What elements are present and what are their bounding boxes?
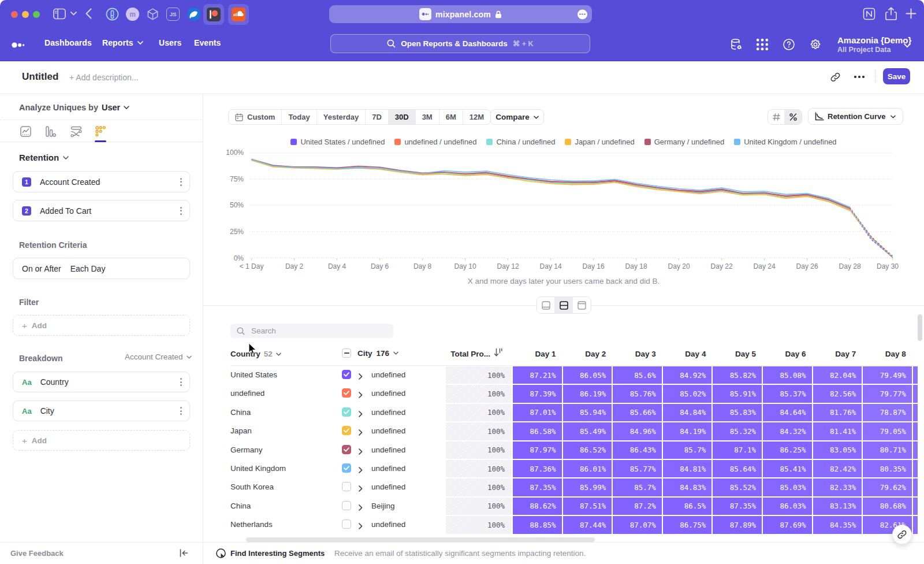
retention-value-cell[interactable]: 81.41% <box>813 422 862 440</box>
global-search[interactable]: Open Reports & Dashboards ⌘ + K <box>330 34 590 53</box>
step-menu-icon[interactable] <box>180 207 182 215</box>
retention-value-cell[interactable]: 78.87% <box>863 404 912 421</box>
retention-value-cell[interactable]: 85.08% <box>763 366 812 384</box>
retention-value-cell[interactable]: 81.76% <box>813 404 862 421</box>
breakdown-menu-icon[interactable] <box>180 407 182 415</box>
report-description-placeholder[interactable]: + Add description... <box>69 73 138 82</box>
row-checkbox[interactable] <box>342 388 351 398</box>
retention-value-cell[interactable]: 87.51% <box>563 498 612 515</box>
breakdown-city[interactable]: Aa City <box>13 400 190 421</box>
retention-value-cell[interactable]: 87.35% <box>713 498 762 515</box>
retention-value-cell[interactable]: 87.39% <box>513 385 562 402</box>
chart-type-selector[interactable]: Retention Curve <box>808 108 903 125</box>
nav-item-events[interactable]: Events <box>194 38 221 47</box>
account-chevron-icon[interactable] <box>904 43 911 48</box>
retention-section-header[interactable]: Retention <box>19 153 69 162</box>
row-checkbox[interactable] <box>342 482 351 491</box>
avatar-m-extension-icon[interactable]: m <box>126 8 139 21</box>
day-column-header[interactable]: Day 1 <box>513 350 562 358</box>
day-column-header[interactable]: Day 5 <box>713 350 762 358</box>
retention-value-cell[interactable]: 87.97% <box>513 441 562 459</box>
retention-value-cell[interactable]: 87.36% <box>513 460 562 477</box>
retention-value-cell[interactable]: 80.35% <box>863 460 912 477</box>
retention-value-cell[interactable]: 87.21% <box>513 366 562 384</box>
cube-extension-icon[interactable] <box>146 8 159 21</box>
retention-value-cell[interactable]: 86.58% <box>513 422 562 440</box>
date-range-3m[interactable]: 3M <box>416 110 439 124</box>
share-icon[interactable] <box>885 7 897 21</box>
expand-row-icon[interactable] <box>359 503 363 513</box>
onepassword-extension-icon[interactable] <box>106 8 119 21</box>
split-layout-button[interactable] <box>555 297 573 313</box>
percent-mode-button[interactable] <box>785 110 802 124</box>
window-close-button[interactable] <box>11 11 18 18</box>
retention-value-cell[interactable]: 83.13% <box>813 498 862 515</box>
retention-value-cell[interactable]: 85.83% <box>713 404 762 421</box>
retention-value-cell[interactable]: 86.03% <box>763 498 812 515</box>
retention-value-cell[interactable]: 84.83% <box>663 478 712 496</box>
url-extensions-button[interactable] <box>578 9 587 19</box>
retention-value-cell[interactable]: 84.92% <box>663 366 712 384</box>
retention-value-cell[interactable]: 82.04% <box>813 366 862 384</box>
retention-criteria-card[interactable]: On or After Each Day <box>13 258 190 279</box>
retention-line-chart[interactable]: 0%25%50%75%100%< 1 DayDay 2Day 4Day 6Day… <box>203 145 924 275</box>
retention-value-cell[interactable]: 86.19% <box>563 385 612 402</box>
retention-value-cell[interactable]: 86.5% <box>663 498 712 515</box>
retention-value-cell[interactable]: 85.82% <box>713 366 762 384</box>
row-checkbox[interactable] <box>342 463 351 473</box>
retention-value-cell[interactable]: 85.91% <box>713 385 762 402</box>
expand-row-icon[interactable] <box>359 484 363 494</box>
city-column-header[interactable]: City176 <box>342 348 398 358</box>
retention-value-cell[interactable]: 84.96% <box>613 422 662 440</box>
breakdown-menu-icon[interactable] <box>180 378 182 386</box>
mixpanel-logo[interactable] <box>12 40 25 52</box>
retention-value-cell[interactable]: 84.84% <box>663 404 712 421</box>
help-icon[interactable] <box>783 39 795 50</box>
data-management-icon[interactable] <box>730 38 743 51</box>
retention-value-cell[interactable]: 84.81% <box>663 460 712 477</box>
retention-value-cell[interactable]: 85.99% <box>563 478 612 496</box>
date-range-6m[interactable]: 6M <box>439 110 463 124</box>
compare-button[interactable]: Compare <box>490 109 544 125</box>
retention-value-cell[interactable]: 87.35% <box>513 478 562 496</box>
add-filter-button[interactable]: + Add <box>13 315 190 336</box>
retention-value-cell[interactable]: 86.52% <box>563 441 612 459</box>
row-checkbox[interactable] <box>342 520 351 529</box>
day-column-header[interactable]: Day 6 <box>763 350 812 358</box>
tabs-chevron-icon[interactable] <box>70 12 77 16</box>
day-column-header[interactable]: Day 4 <box>663 350 712 358</box>
collapse-sidebar-icon[interactable] <box>180 549 188 559</box>
retention-value-cell[interactable]: 80.71% <box>863 441 912 459</box>
nav-item-reports[interactable]: Reports <box>102 38 143 47</box>
save-button[interactable]: Save <box>883 68 910 84</box>
retention-value-cell[interactable]: 86.43% <box>613 441 662 459</box>
retention-value-cell[interactable]: 84.64% <box>763 404 812 421</box>
select-all-checkbox[interactable] <box>342 348 351 358</box>
retention-value-cell[interactable]: 87.2% <box>613 498 662 515</box>
soundcloud-extension-icon[interactable] <box>228 4 249 25</box>
analyze-uniques-selector[interactable]: Analyze Uniques by User <box>19 103 129 112</box>
retention-value-cell[interactable]: 84.35% <box>813 516 862 533</box>
breakdown-event-selector[interactable]: Account Created <box>125 352 192 361</box>
retention-value-cell[interactable]: 85.49% <box>563 422 612 440</box>
retention-value-cell[interactable]: 80.68% <box>863 498 912 515</box>
total-column-header[interactable]: Total Pro... <box>426 350 490 358</box>
retention-value-cell[interactable]: 85.41% <box>763 460 812 477</box>
day-column-header[interactable]: Day 2 <box>563 350 612 358</box>
retention-value-cell[interactable]: 85.37% <box>763 385 812 402</box>
horizontal-scrollbar[interactable] <box>246 537 595 542</box>
patreon-extension-icon[interactable] <box>203 4 224 25</box>
retention-value-cell[interactable]: 84.32% <box>763 422 812 440</box>
notion-icon[interactable] <box>863 8 875 20</box>
retention-value-cell[interactable]: 85.76% <box>613 385 662 402</box>
copy-link-icon[interactable] <box>830 72 840 84</box>
retention-value-cell[interactable]: 85.52% <box>713 478 762 496</box>
new-tab-icon[interactable] <box>906 8 916 19</box>
tab-funnels[interactable] <box>45 126 56 139</box>
date-range-30d[interactable]: 30D <box>389 110 416 124</box>
tab-insights[interactable] <box>20 126 31 139</box>
sort-descending-icon[interactable] <box>494 348 502 359</box>
retention-value-cell[interactable]: 79.05% <box>863 422 912 440</box>
more-actions-button[interactable] <box>854 76 865 78</box>
expand-row-icon[interactable] <box>359 447 363 457</box>
